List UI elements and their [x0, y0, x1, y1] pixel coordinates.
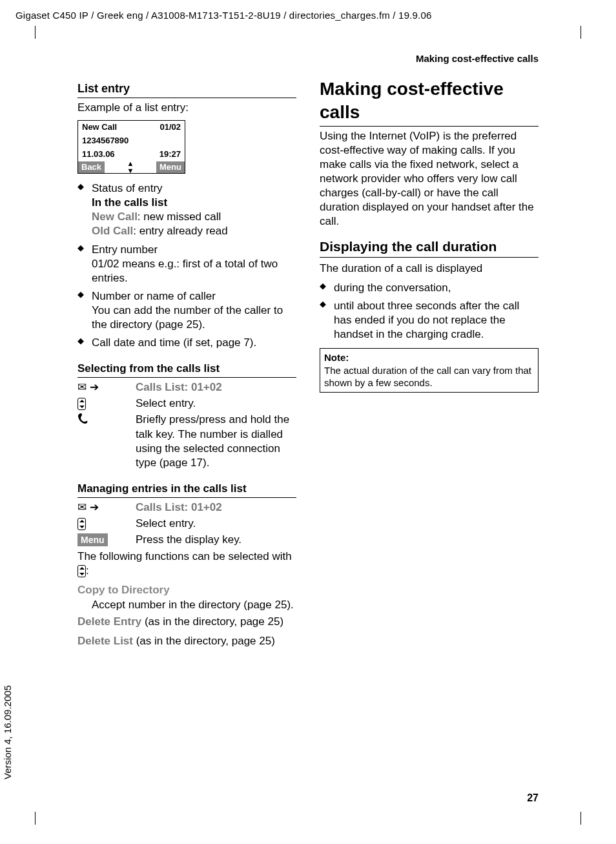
text: : entry already read [133, 225, 227, 237]
text: The following functions can be selected … [77, 550, 296, 578]
key-row: Briefly press/press and hold the talk ke… [77, 413, 296, 469]
text: Entry number [92, 243, 158, 256]
list-item: Status of entry In the calls list New Ca… [92, 181, 296, 238]
text: Number or name of caller [92, 290, 216, 302]
nav-key-icon [77, 518, 86, 530]
text: 01/02 means e.g.: first of a total of tw… [92, 258, 278, 284]
crop-mark [35, 26, 48, 39]
list-item: until about three seconds after the call… [334, 299, 539, 342]
bullet-list: Status of entry In the calls list New Ca… [77, 181, 296, 350]
text: The following functions can be selected … [77, 550, 292, 562]
text: The duration of a call is displayed [320, 262, 539, 276]
nav-updown-icon: ▲▼ [127, 160, 134, 174]
key-row: Select entry. [77, 517, 296, 531]
heading-list-entry: List entry [77, 81, 296, 98]
text: : new missed call [138, 211, 221, 223]
disp-status: New Call [82, 122, 117, 133]
text: Example of a list entry: [77, 101, 296, 115]
key-row: ✉ ➔ Calls List: 01+02 [77, 500, 296, 515]
disp-time: 19:27 [159, 149, 181, 160]
key-row: ✉ ➔ Calls List: 01+02 [77, 380, 296, 395]
content-columns: List entry Example of a list entry: New … [77, 77, 539, 805]
menu-key-icon: Menu [77, 533, 108, 546]
crop-mark [35, 812, 48, 825]
text: In the calls list [92, 196, 167, 209]
list-item: Call date and time (if set, page 7). [92, 336, 296, 350]
note-heading: Note: [324, 351, 534, 364]
note-text: The actual duration of the call can vary… [324, 364, 534, 389]
disp-number: 1234567890 [82, 136, 128, 147]
crop-mark [568, 812, 581, 825]
menu-path: Calls List: 01+02 [136, 380, 296, 395]
softkey-menu: Menu [156, 161, 185, 173]
envelope-icon: ✉ ➔ [77, 380, 136, 395]
list-item: during the conversation, [334, 281, 539, 295]
doc-header: Gigaset C450 IP / Greek eng / A31008-M17… [15, 10, 601, 21]
envelope-icon: ✉ ➔ [77, 500, 136, 515]
running-head: Making cost-effective calls [416, 53, 539, 64]
label-old-call: Old Call [92, 225, 133, 237]
bullet-list: during the conversation, until about thr… [320, 281, 539, 342]
menu-path: Calls List: 01+02 [136, 500, 296, 515]
text: Select entry. [136, 396, 296, 411]
text: Delete Entry (as in the directory, page … [77, 615, 296, 629]
menu-copy-to-directory: Copy to Directory [77, 583, 296, 597]
note-box: Note: The actual duration of the call ca… [320, 348, 539, 393]
key-row: Menu Press the display key. [77, 533, 296, 547]
heading-making-cost-effective: Making cost-effective calls [320, 77, 539, 127]
talk-key-icon [77, 413, 136, 469]
heading-selecting: Selecting from the calls list [77, 362, 296, 378]
text: You can add the number of the caller to … [92, 304, 283, 331]
version-footer: Version 4, 16.09.2005 [2, 685, 13, 779]
softkey-back: Back [78, 161, 105, 173]
text: Status of entry [92, 182, 163, 194]
text: Press the display key. [136, 533, 296, 547]
label-new-call: New Call [92, 211, 138, 223]
text: Delete List (as in the directory, page 2… [77, 634, 296, 648]
list-item: Number or name of caller You can add the… [92, 289, 296, 332]
text: Briefly press/press and hold the talk ke… [136, 413, 296, 469]
page-number: 27 [527, 792, 539, 804]
disp-count: 01/02 [159, 122, 181, 133]
list-item: Entry number 01/02 means e.g.: first of … [92, 243, 296, 285]
heading-managing: Managing entries in the calls list [77, 482, 296, 498]
disp-date: 11.03.06 [82, 149, 115, 160]
text: Using the Internet (VoIP) is the preferr… [320, 129, 539, 229]
menu-delete-entry: Delete Entry [77, 615, 141, 628]
menu-delete-list: Delete List [77, 635, 133, 647]
text: Accept number in the directory (page 25)… [92, 598, 296, 612]
crop-mark [568, 26, 581, 39]
nav-key-icon [77, 398, 86, 410]
nav-key-icon [77, 565, 86, 577]
text: Select entry. [136, 517, 296, 531]
phone-display-example: New Call 01/02 1234567890 11.03.06 19:27… [77, 120, 185, 174]
text: : [86, 564, 89, 577]
text: (as in the directory, page 25) [141, 615, 283, 628]
text: (as in the directory, page 25) [133, 635, 275, 647]
key-row: Select entry. [77, 396, 296, 411]
heading-displaying-duration: Displaying the call duration [320, 238, 539, 257]
